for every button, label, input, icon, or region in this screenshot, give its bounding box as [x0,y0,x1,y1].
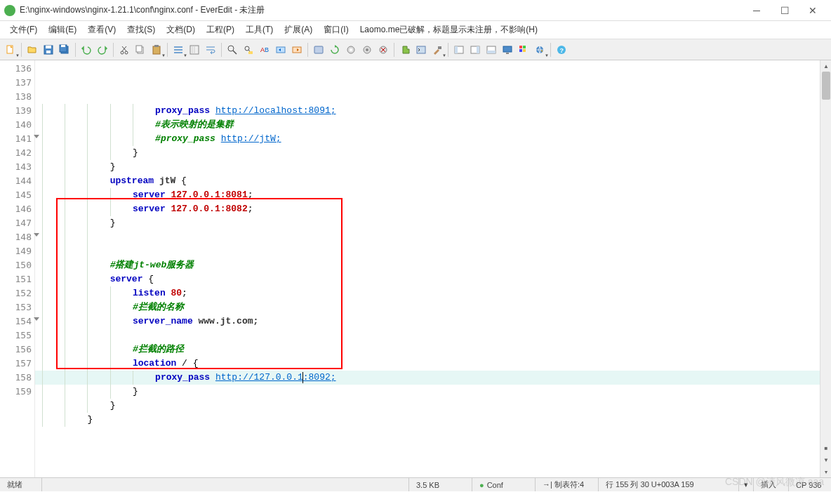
menu-item[interactable]: 工程(P) [201,22,240,38]
gear2-icon[interactable] [359,42,375,58]
code-line[interactable] [35,230,831,244]
code-line[interactable]: upstream jtW { [35,174,831,188]
browser-icon[interactable]: ▼ [532,42,547,58]
panel3-icon[interactable] [484,42,499,58]
open-icon[interactable] [25,42,40,58]
titlebar: E:\nginx-windows\nginx-1.21.1\conf\nginx… [0,0,831,21]
code-line[interactable]: proxy_pass http://127.0.0.1:8092; [35,371,831,385]
code-editor[interactable]: proxy_pass http://localhost:8091; #表示映射的… [35,60,831,477]
code-line[interactable]: proxy_pass http://localhost:8091; [35,104,831,118]
maximize-button[interactable]: ☐ [771,1,799,20]
scroll-up-icon[interactable]: ▲ [820,60,831,72]
code-line[interactable]: #拦截的名称 [35,300,831,314]
terminal-icon[interactable] [413,42,429,58]
code-line[interactable]: } [35,146,831,160]
panel1-icon[interactable] [451,42,467,58]
new-file-icon[interactable]: ▼ [3,42,18,58]
scroll-down-icon[interactable]: ▼ [820,454,831,465]
status-tab[interactable]: →| 制表符:4 [536,478,599,491]
menu-item[interactable]: 窗口(I) [318,22,354,38]
svg-rect-16 [248,51,253,54]
code-line[interactable]: #搭建jt-web服务器 [35,258,831,272]
menubar: 文件(F)编辑(E)查看(V)查找(S)文档(D)工程(P)工具(T)扩展(A)… [0,21,831,39]
code-line[interactable]: } [35,413,831,427]
next-result-icon[interactable] [289,42,305,58]
svg-rect-36 [506,53,509,54]
scroll-box-icon[interactable]: ■ [820,442,831,453]
wrap-icon[interactable] [203,42,218,58]
paste-icon[interactable]: ▼ [149,42,164,58]
status-lang[interactable]: ●Conf [472,478,536,491]
replace-icon[interactable] [241,42,256,58]
menu-item[interactable]: 查看(V) [82,22,121,38]
code-line[interactable]: server 127.0.0.1:8081; [35,188,831,202]
menu-item[interactable]: 工具(T) [240,22,279,38]
cut-icon[interactable] [117,42,132,58]
code-line[interactable]: server { [35,272,831,286]
svg-point-23 [350,48,352,51]
code-line[interactable]: location / { [35,357,831,371]
code-line[interactable]: #表示映射的是集群 [35,118,831,132]
menu-item[interactable]: Laomo.me已破解，标题显示未注册，不影响(H) [354,22,543,38]
lines-icon[interactable]: ▼ [171,42,186,58]
ab-icon[interactable]: AB [257,42,272,58]
code-line[interactable]: #proxy_pass http://jtW; [35,132,831,146]
status-encoding[interactable]: CP 936 [789,478,831,491]
app1-icon[interactable] [311,42,326,58]
status-insert[interactable]: 插入 [754,478,789,491]
svg-point-14 [228,46,234,51]
vertical-scrollbar[interactable]: ▲ ■ ▼ ▾ [820,60,831,477]
code-line[interactable] [35,427,831,441]
status-position: 行 155 列 30 U+003A 159 [599,478,739,491]
close-button[interactable]: ✕ [799,1,827,20]
find-icon[interactable] [225,42,240,58]
save-all-icon[interactable] [57,42,72,58]
svg-rect-35 [503,46,512,52]
svg-rect-38 [523,46,526,48]
menu-item[interactable]: 文档(D) [161,22,201,38]
svg-rect-2 [46,46,51,48]
window-controls: ─ ☐ ✕ [743,1,827,20]
svg-rect-0 [7,46,13,53]
svg-rect-37 [519,46,522,48]
menu-item[interactable]: 查找(S) [121,22,161,38]
code-line[interactable]: } [35,160,831,174]
status-spacer [42,478,409,491]
code-line[interactable]: } [35,216,831,230]
status-ready: 就绪 [0,478,42,491]
save-icon[interactable] [41,42,56,58]
svg-rect-21 [314,46,323,53]
status-dropdown[interactable]: ▾ [739,478,754,491]
indent-guides-icon[interactable] [187,42,202,58]
clear-icon[interactable] [375,42,391,58]
color-grid-icon[interactable] [516,42,531,58]
code-line[interactable] [35,244,831,258]
gear1-icon[interactable] [343,42,359,58]
svg-rect-32 [477,46,479,53]
code-line[interactable]: } [35,385,831,399]
scroll-end-icon[interactable]: ▾ [820,466,831,477]
minimize-button[interactable]: ─ [743,1,771,20]
monitor-icon[interactable] [500,42,515,58]
refresh-icon[interactable] [327,42,343,58]
code-line[interactable] [35,329,831,343]
hammer-icon[interactable]: ▼ [430,42,445,58]
redo-icon[interactable] [95,42,110,58]
menu-item[interactable]: 扩展(A) [279,22,318,38]
plugin-icon[interactable] [397,42,413,58]
code-line[interactable]: listen 80; [35,286,831,300]
code-line[interactable]: } [35,399,831,413]
panel2-icon[interactable] [467,42,483,58]
line-gutter: 1361371381391401411421431441451461471481… [0,60,35,477]
code-line[interactable]: server_name www.jt.com; [35,314,831,329]
menu-item[interactable]: 文件(F) [4,22,43,38]
help-icon[interactable]: ? [554,42,569,58]
scroll-thumb[interactable] [822,72,830,100]
code-line[interactable]: server 127.0.0.1:8082; [35,202,831,216]
copy-icon[interactable] [133,42,148,58]
menu-item[interactable]: 编辑(E) [43,22,82,38]
prev-result-icon[interactable] [273,42,288,58]
undo-icon[interactable] [79,42,94,58]
code-line[interactable]: #拦截的路径 [35,343,831,357]
svg-text:B: B [265,46,269,53]
